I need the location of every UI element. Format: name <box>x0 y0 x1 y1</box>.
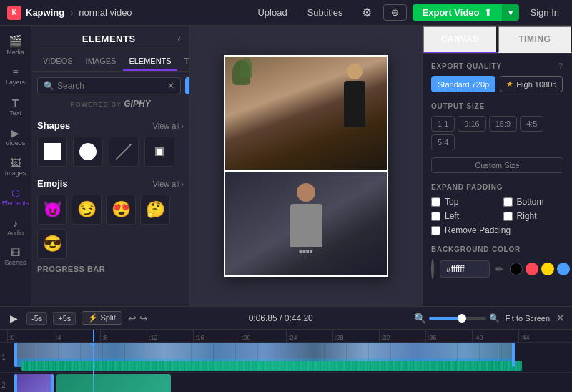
remove-padding-label[interactable]: Remove Padding <box>431 225 563 235</box>
clip-1-right-handle[interactable] <box>512 343 515 367</box>
settings-icon[interactable]: ⚙ <box>356 3 378 22</box>
undo-button[interactable]: ↩ <box>128 313 137 324</box>
swatch-blue[interactable] <box>557 263 570 275</box>
hex-color-input[interactable] <box>440 260 490 278</box>
shapes-view-all-button[interactable]: View all › <box>153 122 184 130</box>
app-logo[interactable]: K Kapwing <box>7 6 64 20</box>
canvas-area[interactable]: ■■■■ <box>190 26 422 306</box>
skip-back-button[interactable]: -5s <box>26 312 47 325</box>
size-9-16-button[interactable]: 9:16 <box>458 116 485 132</box>
sidebar-item-videos[interactable]: ▶ Videos <box>1 124 30 151</box>
remove-padding-text: Remove Padding <box>445 225 511 235</box>
fit-to-screen-button[interactable]: Fit to Screen <box>506 314 550 323</box>
zoom-slider[interactable] <box>429 317 486 320</box>
collapse-panel-button[interactable]: ‹ <box>177 33 181 44</box>
padding-left-checkbox[interactable] <box>431 212 440 221</box>
padding-options: Top Bottom Left <box>431 197 563 235</box>
tab-elements[interactable]: ELEMENTS <box>123 54 177 71</box>
ruler-mark-16: :16 <box>193 330 240 343</box>
padding-row-2: Left Right <box>431 211 563 221</box>
padding-top-label[interactable]: Top <box>431 197 492 207</box>
sidebar-item-audio[interactable]: ♪ Audio <box>1 214 30 241</box>
tab-images[interactable]: IMAGES <box>80 54 122 71</box>
search-go-button[interactable]: Go <box>185 77 190 94</box>
emoji-smirk[interactable]: 😏 <box>72 195 102 225</box>
zoom-controls: 🔍 🔍 <box>414 313 500 324</box>
custom-size-button[interactable]: Custom Size <box>431 157 563 173</box>
swatch-yellow[interactable] <box>541 263 554 275</box>
track-1-content[interactable] <box>7 343 572 372</box>
tab-canvas[interactable]: CANVAS <box>423 26 498 53</box>
split-button[interactable]: ⚡ Split <box>82 311 122 325</box>
tab-templates[interactable]: TEM <box>179 54 190 71</box>
shape-square[interactable] <box>37 137 67 167</box>
tab-videos[interactable]: VIDEOS <box>37 54 79 71</box>
media-label: Media <box>6 49 24 56</box>
padding-right-checkbox[interactable] <box>503 212 513 221</box>
sidebar-item-media[interactable]: 🎬 Media <box>1 31 30 60</box>
elements-label: Elements <box>2 200 29 207</box>
small-clip-2[interactable] <box>56 374 171 392</box>
shape-line[interactable] <box>109 137 139 167</box>
small-clip-1-right-handle[interactable] <box>51 374 54 392</box>
size-5-4-button[interactable]: 5:4 <box>431 134 455 150</box>
zoom-in-button[interactable]: 🔍 <box>489 313 500 323</box>
sidebar-item-layers[interactable]: ≡ Layers <box>1 63 30 90</box>
emoji-cool[interactable]: 😎 <box>37 229 67 259</box>
clip-1-left-handle[interactable] <box>14 343 17 367</box>
ruler-mark-8: :8 <box>100 330 147 343</box>
swatch-red[interactable] <box>526 263 538 275</box>
eyedropper-button[interactable]: ✏ <box>495 263 504 275</box>
padding-top-checkbox[interactable] <box>431 197 440 207</box>
quality-1080p-button[interactable]: ★ High 1080p <box>500 76 563 92</box>
color-preview[interactable] <box>431 259 434 279</box>
padding-bottom-checkbox[interactable] <box>503 197 513 207</box>
size-1-1-button[interactable]: 1:1 <box>431 116 455 132</box>
play-button[interactable]: ▶ <box>7 311 21 325</box>
emoji-thinking[interactable]: 🤔 <box>140 195 170 225</box>
padding-left-label[interactable]: Left <box>431 211 492 221</box>
emojis-view-all-button[interactable]: View all › <box>153 180 184 188</box>
size-16-9-button[interactable]: 16:9 <box>489 116 517 132</box>
elements-icon: ⬡ <box>11 188 20 198</box>
padding-bottom-label[interactable]: Bottom <box>503 197 564 207</box>
share-button[interactable]: ⊕ <box>383 4 407 21</box>
tab-timing[interactable]: TIMING <box>498 26 573 53</box>
ruler-mark-32: :32 <box>379 330 425 343</box>
subtitles-button[interactable]: Subtitles <box>300 4 350 21</box>
search-clear-button[interactable]: ✕ <box>167 81 174 91</box>
zoom-out-button[interactable]: 🔍 <box>414 313 426 324</box>
timeline-close-button[interactable]: ✕ <box>556 311 565 325</box>
shape-circle[interactable] <box>73 137 103 167</box>
sidebar-item-scenes[interactable]: 🎞 Scenes <box>1 244 30 270</box>
shape-small-square[interactable] <box>144 137 174 167</box>
ruler-mark-20: :20 <box>240 330 286 343</box>
search-input[interactable] <box>57 81 164 91</box>
upload-button[interactable]: Upload <box>250 4 294 21</box>
padding-right-label[interactable]: Right <box>503 211 564 221</box>
output-size-section: OUTPUT SIZE 1:1 9:16 16:9 4:5 5:4 Custom… <box>431 102 563 173</box>
emoji-heart-eyes[interactable]: 😍 <box>106 195 136 225</box>
small-clip-1[interactable] <box>14 374 54 392</box>
timeline: ▶ -5s +5s ⚡ Split ↩ ↪ 0:06.85 / 0:44.20 … <box>0 306 572 392</box>
sidebar-item-text[interactable]: T Text <box>1 93 30 121</box>
export-button[interactable]: Export Video ⬆ <box>413 4 502 21</box>
export-quality-help-icon[interactable]: ? <box>558 62 563 70</box>
expand-padding-label: EXPAND PADDING <box>431 183 563 191</box>
sidebar-item-images[interactable]: 🖼 Images <box>1 154 30 181</box>
quality-720p-button[interactable]: Standard 720p <box>431 76 495 92</box>
timeline-tracks[interactable]: 1 2 <box>0 343 572 392</box>
remove-padding-checkbox[interactable] <box>431 226 440 235</box>
videos-icon: ▶ <box>11 128 19 138</box>
giphy-logo: GIPHY <box>124 99 150 109</box>
sidebar-item-elements[interactable]: ⬡ Elements <box>1 184 30 211</box>
export-dropdown-button[interactable]: ▾ <box>502 4 519 21</box>
signin-button[interactable]: Sign In <box>525 4 565 21</box>
small-clip-1-left-handle[interactable] <box>14 374 17 392</box>
redo-button[interactable]: ↪ <box>139 313 148 324</box>
emoji-devil[interactable]: 😈 <box>37 195 67 225</box>
track-2-content[interactable] <box>7 373 572 392</box>
swatch-black[interactable] <box>510 263 523 275</box>
size-4-5-button[interactable]: 4:5 <box>520 116 543 132</box>
skip-forward-button[interactable]: +5s <box>53 312 76 325</box>
